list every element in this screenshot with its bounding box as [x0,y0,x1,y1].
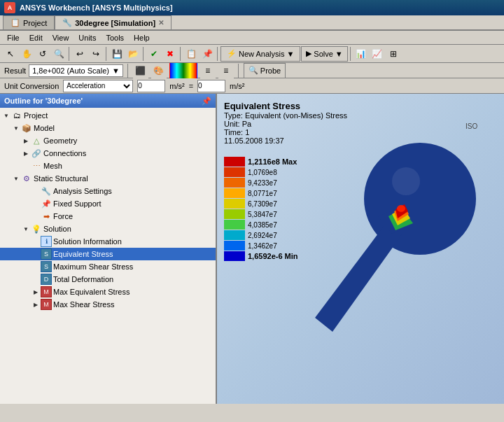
solve-button[interactable]: ▶ Solve ▼ [301,46,347,62]
app-title: ANSYS Workbench [ANSYS Multiphysics] [20,3,173,12]
icon1-btn[interactable]: 📋 [183,46,199,62]
tree-item-static-structural[interactable]: ⚙ Static Structural [0,172,216,185]
model-label: Model [34,124,55,132]
fixed-support-label: Fixed Support [53,199,101,208]
legend-color-8 [224,241,245,251]
expand-btn[interactable]: ⊞ [386,46,401,62]
unit-bar: Unit Conversion Acceleration m/s² = m/s² [0,78,504,94]
result-value: 1,8e+002 (Auto Scale) [32,66,109,75]
legend-color-min [224,251,245,261]
tree-item-max-shear2[interactable]: M Max Shear Stress [0,298,216,311]
menu-edit[interactable]: Edit [25,32,47,43]
tab-bar: 📋 Project 🔧 30degree [Simulation] ✕ [0,15,504,31]
new-analysis-arrow: ▼ [286,50,294,58]
tree-item-max-equiv[interactable]: M Max Equivalent Stress [0,286,216,298]
mesh-label: Mesh [43,162,62,170]
result-icon3-btn[interactable] [169,63,197,78]
expand-conn-icon[interactable] [21,148,31,158]
tree-item-connections[interactable]: 🔗 Connections [0,147,216,160]
tree-item-analysis-settings[interactable]: 🔧 Analysis Settings [0,185,216,197]
solve-icon: ▶ [306,49,312,58]
geometry-icon: △ [31,135,42,146]
menu-view[interactable]: View [48,32,74,43]
separator-1 [69,47,70,61]
expand-analysis-icon [31,186,41,196]
expand-geo-icon[interactable] [21,136,31,146]
redo-btn[interactable]: ↪ [88,46,104,62]
expand-maxshear2-icon[interactable] [31,300,41,309]
new-analysis-button[interactable]: ⚡ New Analysis ▼ [220,46,300,62]
tree-item-equiv-stress[interactable]: S Equivalent Stress [0,248,216,260]
save-btn[interactable]: 💾 [109,46,125,62]
check-btn[interactable]: ✔ [146,46,162,62]
unit-value2-input[interactable] [197,80,225,92]
tab-simulation[interactable]: 🔧 30degree [Simulation] ✕ [55,15,172,29]
tree: 🗂 Project 📦 Model △ Geometry 🔗 Connectio… [0,108,216,404]
chart2-btn[interactable]: 📈 [370,46,385,62]
expand-static-icon[interactable] [11,174,21,183]
undo-btn[interactable]: ↩ [72,46,88,62]
pin-icon[interactable]: 📌 [202,97,211,106]
tree-item-max-shear[interactable]: S Maximum Shear Stress [0,260,216,273]
result-icon5-btn[interactable]: ≡ [218,63,234,78]
open-btn[interactable]: 📂 [125,46,141,62]
menu-file[interactable]: File [3,32,24,43]
force-icon: ➡ [41,211,52,222]
icon2-btn[interactable]: 📌 [200,46,215,62]
result-icon2-btn[interactable]: 🎨 [151,63,167,78]
unit-type-select[interactable]: Acceleration [63,80,133,92]
legend-color-1 [224,167,245,177]
solution-icon: 💡 [31,223,42,234]
solution-info-label: Solution Information [53,237,122,246]
result-dropdown-arrow[interactable]: ▼ [112,66,120,75]
expand-model-icon[interactable] [11,123,21,133]
tree-item-force[interactable]: ➡ Force [0,210,216,223]
tree-item-mesh[interactable]: ⋯ Mesh [0,160,216,172]
sep-result-2 [238,64,239,78]
tab-project-icon: 📋 [10,18,20,27]
tree-item-solution[interactable]: 💡 Solution [0,223,216,235]
separator-3 [143,47,144,61]
expand-solution-icon[interactable] [21,224,31,234]
chart-btn[interactable]: 📊 [354,46,369,62]
app-logo: A [4,2,15,13]
expand-solinfo-icon [31,237,41,246]
max-shear2-icon: M [41,299,52,310]
menu-tools[interactable]: Tools [102,32,128,43]
tree-item-solution-info[interactable]: ℹ Solution Information [0,235,216,248]
unit-unit2: m/s² [230,82,244,90]
close-icon[interactable]: ✕ [158,19,164,27]
pan-btn[interactable]: ✋ [19,46,34,62]
expand-maxequiv-icon[interactable] [31,287,41,297]
zoom-btn[interactable]: 🔍 [51,46,66,62]
result-icon1-btn[interactable]: ⬛ [133,63,148,78]
tree-item-project[interactable]: 🗂 Project [0,109,216,122]
menu-units[interactable]: Units [74,32,100,43]
solution-label: Solution [43,225,71,233]
tree-item-total-deform[interactable]: D Total Deformation [0,273,216,286]
probe-button[interactable]: 🔍 Probe [244,63,286,78]
result-label: Result [4,66,26,75]
unit-label: Unit Conversion [4,82,59,90]
expand-force-icon [31,211,41,221]
select-btn[interactable]: ↖ [3,46,18,62]
menu-help[interactable]: Help [130,32,154,43]
outline-title: Outline for '30degree' [4,97,83,105]
tree-item-geometry[interactable]: △ Geometry [0,134,216,147]
probe-icon: 🔍 [248,66,258,75]
result-icon4-btn[interactable]: ≡ [200,63,216,78]
result-value-container[interactable]: 1,8e+002 (Auto Scale) ▼ [29,64,123,77]
fea-svg: ISO [266,108,490,360]
legend-color-4 [224,199,245,209]
iso-label: ISO [465,122,477,130]
rotate-btn[interactable]: ↺ [35,46,50,62]
expand-project-icon[interactable] [1,111,11,120]
error-btn[interactable]: ✖ [162,46,178,62]
tree-item-model[interactable]: 📦 Model [0,122,216,134]
stem-body [315,220,402,332]
unit-value1-input[interactable] [137,80,165,92]
tree-item-fixed-support[interactable]: 📌 Fixed Support [0,197,216,210]
tab-project[interactable]: 📋 Project [3,15,55,29]
total-deform-icon: D [41,274,52,285]
menu-bar: File Edit View Units Tools Help [0,31,504,45]
